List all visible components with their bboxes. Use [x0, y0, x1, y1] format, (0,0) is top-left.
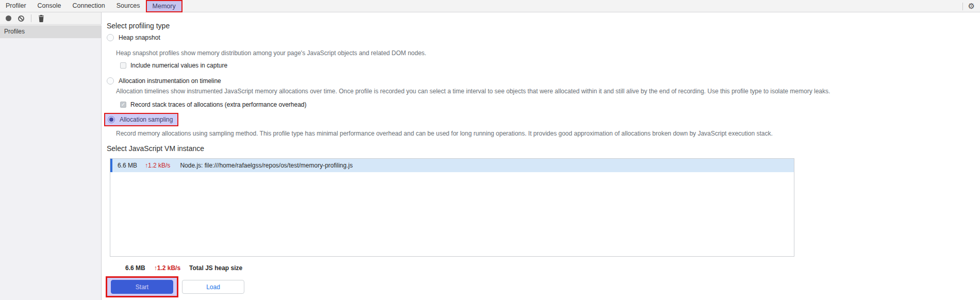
action-buttons: Start Load: [106, 276, 244, 297]
radio-option-label: Allocation sampling: [120, 116, 173, 123]
vm-instance-name: Node.js: file:///home/rafaelgss/repos/os…: [180, 162, 353, 169]
profiling-type-heading: Select profiling type: [107, 22, 170, 30]
gear-icon[interactable]: ⚙: [968, 0, 975, 12]
radio-option-allocation-instrumentation[interactable]: Allocation instrumentation on timeline: [107, 77, 221, 85]
option-description: Record memory allocations using sampling…: [116, 130, 773, 137]
profiles-sidebar: Profiles: [0, 25, 102, 300]
profiler-toolbar: [0, 12, 102, 25]
clear-all-icon[interactable]: [18, 15, 24, 22]
radio-option-allocation-sampling[interactable]: Allocation sampling: [104, 113, 178, 126]
option-description: Allocation timelines show instrumented J…: [116, 88, 830, 95]
load-button[interactable]: Load: [182, 280, 244, 294]
heap-totals-row: 6.6 MB ↑1.2 kB/s Total JS heap size: [125, 264, 242, 272]
tab-connection[interactable]: Connection: [67, 0, 110, 12]
vm-instance-row[interactable]: 6.6 MB ↑1.2 kB/s Node.js: file:///home/r…: [110, 159, 794, 172]
checkbox-record-stack-traces[interactable]: ✓ Record stack traces of allocations (ex…: [120, 101, 307, 108]
checkbox-include-numerical-values[interactable]: Include numerical values in capture: [120, 62, 227, 69]
radio-option-heap-snapshot[interactable]: Heap snapshot: [107, 34, 160, 41]
devtools-memory-panel: Profiler Console Connection Sources Memo…: [0, 0, 980, 300]
radio-option-label: Allocation instrumentation on timeline: [119, 77, 221, 85]
tab-memory[interactable]: Memory: [146, 0, 182, 12]
total-heap-rate-value: ↑1.2 kB/s: [154, 264, 180, 272]
checkbox-label: Record stack traces of allocations (extr…: [130, 101, 307, 108]
option-description: Heap snapshot profiles show memory distr…: [116, 49, 426, 57]
vm-heap-size: 6.6 MB: [118, 162, 137, 169]
vm-instance-heading: Select JavaScript VM instance: [107, 144, 204, 153]
radio-option-label: Heap snapshot: [119, 34, 160, 41]
checkbox-unchecked-icon[interactable]: [120, 62, 126, 69]
checkbox-checked-icon[interactable]: ✓: [120, 102, 126, 108]
tab-bar: Profiler Console Connection Sources Memo…: [0, 0, 980, 12]
start-button-highlight: Start: [106, 276, 178, 297]
radio-unselected-icon[interactable]: [107, 34, 114, 41]
radio-unselected-icon[interactable]: [107, 77, 114, 85]
checkbox-label: Include numerical values in capture: [130, 62, 227, 69]
toolbar-divider: [31, 14, 31, 22]
start-button[interactable]: Start: [111, 280, 173, 294]
tab-console[interactable]: Console: [32, 0, 67, 12]
toolbar-divider: [962, 3, 963, 10]
vm-instance-table: 6.6 MB ↑1.2 kB/s Node.js: file:///home/r…: [110, 158, 794, 257]
record-icon[interactable]: [6, 15, 11, 21]
vm-heap-rate: ↑1.2 kB/s: [145, 162, 170, 169]
radio-selected-icon[interactable]: [108, 116, 115, 123]
trash-icon[interactable]: [38, 15, 44, 22]
memory-panel-content: Select profiling type Heap snapshot Heap…: [102, 12, 980, 300]
tab-profiler[interactable]: Profiler: [0, 0, 32, 12]
total-heap-size-value: 6.6 MB: [125, 264, 145, 272]
sidebar-item-profiles[interactable]: Profiles: [0, 25, 101, 38]
tab-sources[interactable]: Sources: [111, 0, 146, 12]
total-heap-label: Total JS heap size: [189, 264, 242, 272]
